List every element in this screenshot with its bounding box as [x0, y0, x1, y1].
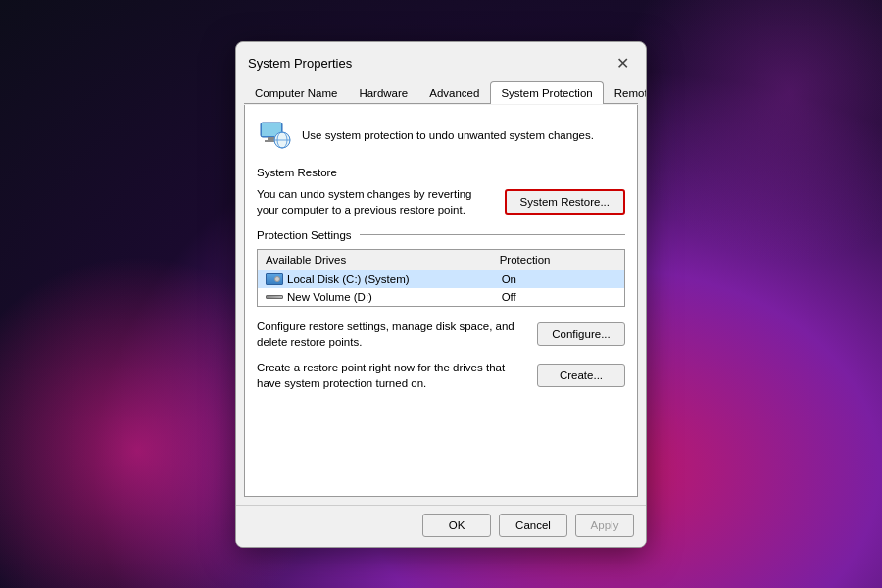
header-description: Use system protection to undo unwanted s…	[302, 129, 594, 141]
drive-d-name: New Volume (D:)	[266, 291, 496, 303]
restore-description: You can undo system changes by reverting…	[257, 186, 495, 218]
tab-advanced[interactable]: Advanced	[418, 81, 490, 104]
protection-settings-title-row: Protection Settings	[257, 229, 625, 241]
cancel-button[interactable]: Cancel	[499, 514, 567, 537]
column-protection: Protection	[500, 254, 616, 266]
header-row: Use system protection to undo unwanted s…	[257, 117, 625, 155]
system-properties-dialog: System Properties ✕ Computer Name Hardwa…	[235, 41, 647, 548]
protection-settings-label: Protection Settings	[257, 229, 352, 241]
tab-content: Use system protection to undo unwanted s…	[244, 105, 638, 497]
tab-remote[interactable]: Remote	[604, 81, 647, 104]
restore-row: You can undo system changes by reverting…	[257, 186, 625, 218]
protection-settings-section: Protection Settings Available Drives Pro…	[257, 229, 625, 391]
section-divider	[345, 172, 625, 172]
create-row: Create a restore point right now for the…	[257, 360, 625, 391]
configure-button[interactable]: Configure...	[537, 322, 625, 346]
ok-button[interactable]: OK	[422, 514, 491, 537]
table-header: Available Drives Protection	[258, 250, 624, 270]
dialog-footer: OK Cancel Apply	[236, 505, 646, 547]
table-row-d-drive[interactable]: New Volume (D:) Off	[258, 288, 624, 306]
tab-hardware[interactable]: Hardware	[348, 81, 418, 104]
system-restore-title-row: System Restore	[257, 167, 625, 178]
tab-computer-name[interactable]: Computer Name	[244, 81, 348, 104]
title-bar: System Properties ✕	[236, 42, 646, 75]
hdd-icon-c	[266, 273, 283, 285]
create-button[interactable]: Create...	[537, 364, 625, 387]
apply-button[interactable]: Apply	[575, 514, 634, 537]
column-available-drives: Available Drives	[266, 254, 500, 266]
tab-system-protection[interactable]: System Protection	[490, 81, 603, 104]
create-description: Create a restore point right now for the…	[257, 360, 527, 391]
protection-table: Available Drives Protection Local Disk (…	[257, 249, 625, 307]
table-row-c-drive[interactable]: Local Disk (C:) (System) On	[258, 270, 624, 288]
dialog-title: System Properties	[248, 56, 352, 71]
system-restore-section: System Restore You can undo system chang…	[257, 167, 625, 218]
tab-strip: Computer Name Hardware Advanced System P…	[236, 75, 646, 104]
system-protection-icon	[257, 117, 292, 155]
section-divider-2	[360, 234, 625, 235]
volume-icon-d	[266, 295, 283, 299]
drive-c-status: On	[502, 273, 616, 285]
system-restore-label: System Restore	[257, 167, 337, 178]
system-restore-button[interactable]: System Restore...	[505, 189, 625, 215]
drive-c-name: Local Disk (C:) (System)	[266, 273, 496, 285]
configure-description: Configure restore settings, manage disk …	[257, 318, 527, 350]
close-button[interactable]: ✕	[611, 52, 634, 75]
configure-row: Configure restore settings, manage disk …	[257, 318, 625, 350]
drive-d-status: Off	[502, 291, 616, 303]
